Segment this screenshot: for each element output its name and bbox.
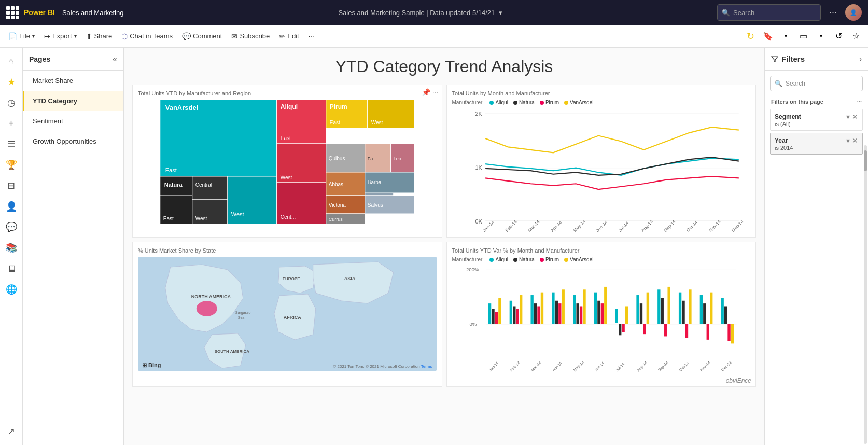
sidebar-create[interactable]: + xyxy=(2,114,21,133)
sidebar-people[interactable]: 👤 xyxy=(2,197,21,216)
view-button[interactable]: ▭ xyxy=(795,29,811,44)
treemap-more[interactable]: ··· xyxy=(432,88,439,96)
svg-text:ASIA: ASIA xyxy=(344,276,356,281)
edit-button[interactable]: ✏ Edit xyxy=(275,30,303,43)
map-terms-link[interactable]: Terms xyxy=(421,364,432,369)
filters-search[interactable]: 🔍 Search xyxy=(770,76,863,91)
filter-segment[interactable]: Segment ▾ ✕ is (All) xyxy=(770,109,863,131)
bookmark-chevron[interactable]: ▾ xyxy=(778,29,793,44)
filters-expand-button[interactable]: › xyxy=(859,54,862,64)
pages-collapse-button[interactable]: « xyxy=(113,54,117,64)
page-market-share[interactable]: Market Share xyxy=(23,71,123,91)
map-svg: NORTH AMERICA EUROPE ASIA AFRICA SOUTH A… xyxy=(138,257,437,371)
filter-year-clear[interactable]: ✕ xyxy=(852,136,858,145)
svg-text:Leo: Leo xyxy=(394,156,401,161)
svg-text:May-14: May-14 xyxy=(572,360,584,372)
map-chart[interactable]: NORTH AMERICA EUROPE ASIA AFRICA SOUTH A… xyxy=(138,257,437,371)
filters-on-page: Filters on this page ··· xyxy=(765,94,868,107)
svg-rect-90 xyxy=(555,301,557,324)
sidebar-chat[interactable]: 💬 xyxy=(2,218,21,237)
sidebar-recent[interactable]: ◷ xyxy=(2,93,21,112)
reset-button[interactable]: ↺ xyxy=(831,29,846,44)
svg-text:Apr-14: Apr-14 xyxy=(549,219,563,232)
export-button[interactable]: ↦ Export ▾ xyxy=(40,30,81,43)
svg-rect-81 xyxy=(509,301,512,324)
powerbi-logo: Power BI xyxy=(24,8,55,17)
svg-text:2K: 2K xyxy=(475,110,482,117)
bookmark-button[interactable]: 🔖 xyxy=(760,29,776,44)
svg-rect-92 xyxy=(562,289,564,324)
page-growth-opportunities[interactable]: Growth Opportunities xyxy=(23,131,123,151)
chat-teams-button[interactable]: ⬡ Chat in Teams xyxy=(117,30,177,43)
more-button[interactable]: ··· xyxy=(304,30,318,42)
bar-vanarsdel-dot xyxy=(564,258,568,262)
comment-label: Comment xyxy=(193,32,222,40)
file-button[interactable]: 📄 File ▾ xyxy=(4,30,39,43)
svg-rect-91 xyxy=(558,303,561,324)
svg-text:Nov-14: Nov-14 xyxy=(699,360,711,372)
filters-more-button[interactable]: ··· xyxy=(857,99,862,105)
svg-text:West: West xyxy=(231,211,244,217)
sidebar-trophy[interactable]: 🏆 xyxy=(2,156,21,174)
sidebar-learn[interactable]: 📚 xyxy=(2,239,21,257)
bar-natura-label: Natura xyxy=(519,257,535,262)
line-chart-title: Total Units by Month and Manufacturer xyxy=(452,90,751,96)
waffle-menu[interactable] xyxy=(6,6,19,19)
content-scroll[interactable]: YTD Category Trend Analysis Total Units … xyxy=(124,48,764,445)
sidebar-starred[interactable]: ★ xyxy=(2,73,21,91)
svg-rect-109 xyxy=(657,289,660,324)
topbar-search[interactable]: 🔍 Search xyxy=(717,4,821,21)
cmdbar-right: ↻ 🔖 ▾ ▭ ▾ ↺ ☆ xyxy=(743,29,864,44)
svg-rect-116 xyxy=(689,289,691,324)
favorite-button[interactable]: ☆ xyxy=(848,29,864,44)
filter-year-icons: ▾ ✕ xyxy=(846,136,858,145)
svg-rect-104 xyxy=(625,306,627,324)
share-button[interactable]: ⬆ Share xyxy=(82,30,117,43)
pages-panel: Pages « Market Share YTD Category Sentim… xyxy=(23,48,124,445)
svg-rect-119 xyxy=(706,324,709,340)
edit-icon: ✏ xyxy=(279,32,285,40)
report-main-title: YTD Category Trend Analysis xyxy=(124,48,764,82)
map-copyright: © 2021 TomTom, © 2021 Microsoft Corporat… xyxy=(333,364,432,369)
sidebar-browse[interactable]: ☰ xyxy=(2,135,21,154)
topbar-more-button[interactable]: ··· xyxy=(826,7,840,18)
filter-segment-clear[interactable]: ✕ xyxy=(852,113,858,121)
svg-text:1K: 1K xyxy=(475,164,482,171)
sidebar-apps[interactable]: ⊟ xyxy=(2,176,21,195)
svg-text:West: West xyxy=(195,216,207,221)
svg-text:Sep-14: Sep-14 xyxy=(657,360,669,372)
sidebar-monitor[interactable]: 🖥 xyxy=(2,259,21,278)
svg-text:Oct-14: Oct-14 xyxy=(685,219,698,232)
sidebar-home[interactable]: ⌂ xyxy=(2,52,21,71)
file-chevron: ▾ xyxy=(32,33,35,39)
user-avatar[interactable]: 👤 xyxy=(845,4,862,21)
filter-segment-chevron[interactable]: ▾ xyxy=(846,113,850,121)
report-title-text: Sales and Marketing Sample | Data update… xyxy=(338,9,495,17)
svg-rect-101 xyxy=(615,309,618,323)
filters-title: Filters xyxy=(771,54,805,63)
pin-icon[interactable]: 📌 xyxy=(422,88,430,96)
filters-scrollbar[interactable] xyxy=(864,145,867,444)
filter-year-chevron[interactable]: ▾ xyxy=(846,136,850,145)
svg-text:NORTH AMERICA: NORTH AMERICA xyxy=(191,294,231,299)
sidebar-global[interactable]: 🌐 xyxy=(2,280,21,299)
page-sentiment[interactable]: Sentiment xyxy=(23,111,123,131)
legend-aliqui: Aliqui xyxy=(489,100,508,105)
view-chevron[interactable]: ▾ xyxy=(813,29,829,44)
bar-pirum-dot xyxy=(540,258,544,262)
page-ytd-category[interactable]: YTD Category xyxy=(23,91,123,111)
map-title: % Units Market Share by State xyxy=(138,247,437,254)
sidebar-external[interactable]: ↗ xyxy=(2,422,21,441)
subscribe-button[interactable]: ✉ Subscribe xyxy=(227,30,274,43)
comment-button[interactable]: 💬 Comment xyxy=(178,30,226,43)
svg-rect-102 xyxy=(619,324,621,335)
svg-text:East: East xyxy=(165,167,177,173)
svg-rect-124 xyxy=(731,324,733,344)
title-chevron[interactable]: ▾ xyxy=(499,9,502,17)
svg-rect-122 xyxy=(724,306,726,324)
filter-year[interactable]: Year ▾ ✕ is 2014 xyxy=(770,133,863,155)
svg-text:Dec-14: Dec-14 xyxy=(720,360,732,372)
svg-text:Apr-14: Apr-14 xyxy=(551,361,563,372)
svg-text:Oct-14: Oct-14 xyxy=(678,361,689,372)
refresh-button[interactable]: ↻ xyxy=(743,29,758,44)
